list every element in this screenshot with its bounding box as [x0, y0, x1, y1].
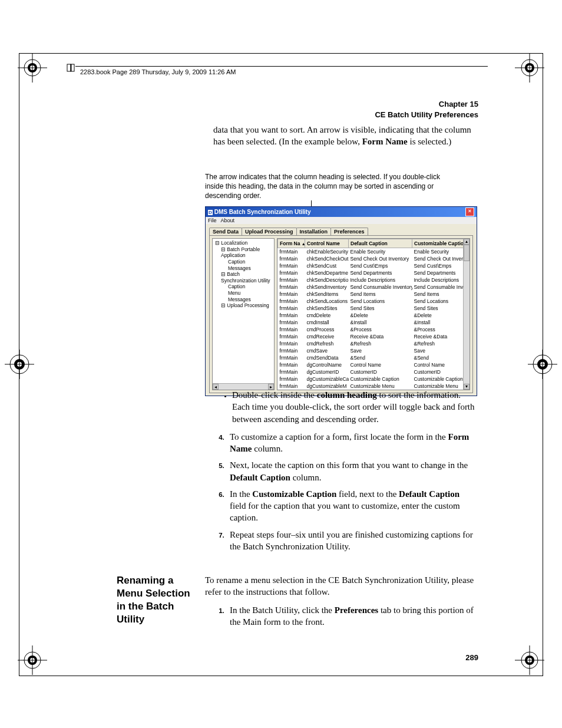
step-5: Next, locate the caption on this form th…: [226, 459, 477, 483]
table-row[interactable]: frmMainchkSendSitesSend SitesSend Sites: [278, 305, 470, 312]
tree-node[interactable]: Menu: [214, 290, 273, 297]
svg-rect-30: [67, 64, 71, 71]
bullet-list: Double-click inside the column heading t…: [213, 389, 477, 425]
tree-node[interactable]: ⊟ Batch Portable Application: [214, 246, 273, 259]
tree-node[interactable]: Caption: [214, 259, 273, 265]
table-row[interactable]: frmMainchkSendDepartmeSend DepartmentsSe…: [278, 269, 470, 276]
table-row[interactable]: frmMainchkEnableSecurityEnable SecurityE…: [278, 248, 470, 256]
section-intro: To rename a menu selection in the CE Bat…: [205, 574, 476, 598]
chapter-title: CE Batch Utility Preferences: [375, 110, 478, 119]
chapter-number: Chapter 15: [439, 100, 478, 108]
tree-node[interactable]: ⊟ Batch Synchronization Utility: [214, 271, 273, 284]
tree-node[interactable]: ⊟ Upload Processing: [214, 302, 273, 309]
preferences-table[interactable]: Form Na ▲Control NameDefault CaptionCust…: [277, 238, 470, 390]
column-header[interactable]: Default Caption: [349, 239, 412, 248]
table-row[interactable]: frmMainchkSendCustSend Cust\EmpsSend Cus…: [278, 262, 470, 269]
tree-node[interactable]: Messages: [214, 297, 273, 303]
bullet-item: Double-click inside the column heading t…: [232, 389, 477, 425]
table-row[interactable]: frmMainchkSendLocationsSend LocationsSen…: [278, 298, 470, 305]
table-row[interactable]: frmMainchkSendItemsSend ItemsSend Items: [278, 291, 470, 298]
registration-mark-icon: [528, 350, 557, 379]
table-row[interactable]: frmMainchkSendDescriptioInclude Descript…: [278, 276, 470, 284]
figure-caption: The arrow indicates that the column head…: [205, 172, 441, 201]
column-header[interactable]: Control Name: [305, 239, 349, 248]
table-row[interactable]: frmMaincmdInstall&Install&Install: [278, 319, 470, 326]
tree-node[interactable]: Caption: [214, 284, 273, 290]
column-header[interactable]: Customizable Caption: [412, 239, 470, 248]
step-7: Repeat steps four–six until you are fini…: [226, 529, 477, 553]
menu-file[interactable]: File: [208, 218, 217, 223]
step-4: To customize a caption for a form, first…: [226, 431, 477, 455]
app-icon: D: [208, 210, 213, 215]
table-row[interactable]: frmMaincmdProcess&Process&Process: [278, 326, 470, 333]
screenshot-batch-utility: DDMS Batch Synchronization Utility × Fil…: [205, 206, 477, 396]
table-row[interactable]: frmMainchkSendInventorySend Consumable I…: [278, 284, 470, 291]
table-row[interactable]: frmMaincmdReceiveReceive &DataReceive &D…: [278, 333, 470, 340]
table-row[interactable]: frmMaincmdSendData&Send&Send: [278, 354, 470, 361]
registration-mark-icon: [5, 350, 34, 379]
book-icon: [66, 62, 77, 73]
tree-panel[interactable]: ⊟ Localization⊟ Batch Portable Applicati…: [212, 238, 275, 390]
window-title: DMS Batch Synchronization Utility: [214, 209, 311, 215]
tab-preferences[interactable]: Preferences: [330, 228, 368, 235]
window-titlebar: DDMS Batch Synchronization Utility ×: [206, 207, 477, 217]
tab-bar: Send Data Upload Processing Installation…: [209, 228, 473, 235]
intro-paragraph: data that you want to sort. An arrow is …: [213, 124, 477, 154]
tab-installation[interactable]: Installation: [296, 228, 332, 235]
registration-mark-icon: [515, 53, 544, 83]
table-row[interactable]: frmMaincmdDelete&Delete&Delete: [278, 312, 470, 319]
ordered-steps: To customize a caption for a form, first…: [213, 431, 477, 552]
chapter-heading: Chapter 15 CE Batch Utility Preferences: [375, 99, 478, 120]
column-header[interactable]: Form Na ▲: [278, 239, 305, 248]
table-row[interactable]: frmMaincmdRefresh&Refresh&Refresh: [278, 340, 470, 347]
header-book-info: 2283.book Page 289 Thursday, July 9, 200…: [80, 68, 236, 75]
header-rule: [75, 66, 488, 67]
table-row[interactable]: frmMaindgControlNameControl NameControl …: [278, 361, 470, 368]
table-row[interactable]: frmMaindgCustomizableCaCustomizable Capt…: [278, 375, 470, 383]
table-row[interactable]: frmMainchkSendCheckOutSend Check Out Inv…: [278, 255, 470, 262]
tab-send-data[interactable]: Send Data: [209, 228, 242, 235]
menu-bar: File About: [206, 217, 477, 224]
table-row[interactable]: frmMaindgCustomerIDCustomerIDCustomerID: [278, 368, 470, 375]
registration-mark-icon: [18, 645, 47, 675]
ordered-steps-2: In the Batch Utility, click the Preferen…: [205, 604, 476, 628]
page-number: 289: [465, 653, 478, 662]
menu-about[interactable]: About: [221, 218, 235, 223]
tree-node[interactable]: Messages: [214, 265, 273, 272]
registration-mark-icon: [515, 645, 544, 675]
step-6: In the Customizable Caption field, next …: [226, 488, 477, 524]
close-icon[interactable]: ×: [465, 207, 474, 216]
vertical-scrollbar[interactable]: ▴▾: [463, 239, 470, 390]
step-1: In the Batch Utility, click the Preferen…: [226, 604, 476, 628]
tab-upload-processing[interactable]: Upload Processing: [242, 228, 297, 235]
table-row[interactable]: frmMaincmdSaveSaveSave: [278, 347, 470, 354]
section-heading: Renaming a Menu Selection in the Batch U…: [117, 574, 199, 626]
tree-node[interactable]: ⊟ Localization: [214, 240, 273, 246]
registration-mark-icon: [18, 53, 47, 83]
